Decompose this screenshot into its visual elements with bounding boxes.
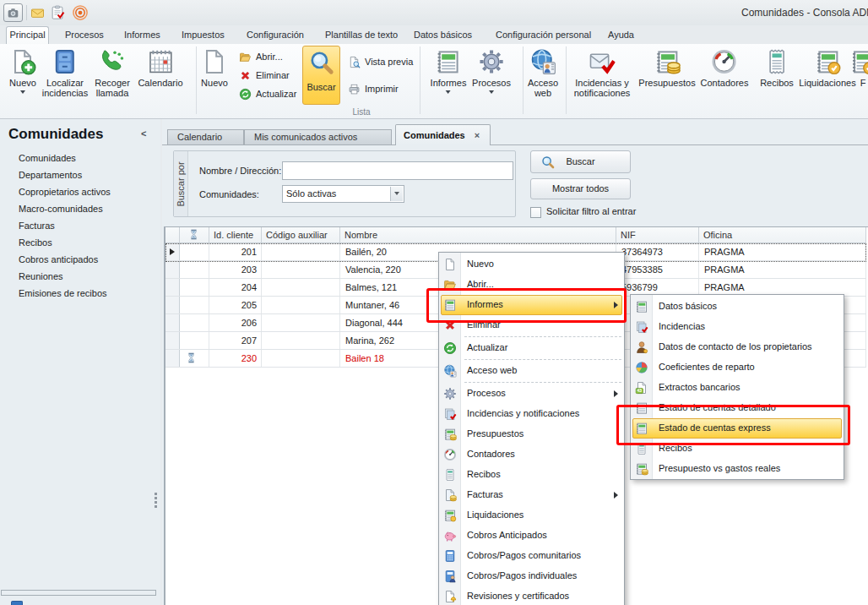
ribbon-tab-informes[interactable]: Informes: [124, 30, 160, 40]
ribbon-button-recibos[interactable]: Recibos: [760, 46, 794, 88]
sidebar-item-comunidades[interactable]: Comunidades: [19, 150, 76, 166]
context-menu-item-incidencias-y-notificaciones[interactable]: Incidencias y notificaciones: [439, 404, 624, 424]
submenu-item-presupuesto-vs-gastos-reales[interactable]: Presupuesto vs gastos reales: [631, 459, 844, 479]
context-menu-item-cobros-pagos-comunitarios[interactable]: Cobros/Pagos comunitarios: [439, 546, 624, 566]
solicitar-filtro-checkbox[interactable]: [530, 207, 541, 218]
ribbon-tab-configuracion[interactable]: Configuración: [247, 30, 304, 40]
sidebar-item-facturas[interactable]: Facturas: [19, 217, 55, 234]
row-alert-cell: [180, 350, 209, 367]
ribbon-button-incidencias-y-notificaciones[interactable]: Incidencias ynotificaciones: [574, 46, 631, 98]
submenu-item-estado-de-cuentas-detallado[interactable]: Estado de cuentas detallado: [631, 398, 844, 418]
context-menu-item-abrir[interactable]: Abrir...: [439, 275, 624, 295]
ribbon-button-procesos[interactable]: Procesos: [472, 46, 511, 96]
context-menu-item-contadores[interactable]: Contadores: [439, 444, 624, 465]
ribbon-tab-configuracion-personal[interactable]: Configuración personal: [496, 30, 591, 40]
submenu-item-extractos-bancarios[interactable]: 43Extractos bancarios: [631, 378, 844, 398]
context-menu-item-eliminar[interactable]: Eliminar: [439, 315, 624, 335]
grid-col-header-id-cliente[interactable]: Id. cliente: [209, 227, 262, 243]
row-alert-cell: [180, 243, 209, 260]
ribbon-button-imprimir[interactable]: Imprimir: [348, 81, 399, 96]
ribbon-tab-plantillas-de-texto[interactable]: Plantillas de texto: [325, 30, 398, 40]
comunidades-select[interactable]: Sólo activas: [282, 185, 404, 203]
ribbon-button-calendario[interactable]: Calendario: [138, 46, 182, 88]
context-menu-item-liquidaciones[interactable]: Liquidaciones: [439, 505, 624, 526]
grid-col-header-codigo-auxiliar[interactable]: Código auxiliar: [262, 227, 340, 243]
context-menu-item-facturas[interactable]: Facturas: [439, 485, 624, 505]
chevron-down-icon[interactable]: [390, 187, 403, 201]
grid-col-header-nombre[interactable]: Nombre: [340, 227, 616, 243]
ribbon-button-informes[interactable]: Informes: [431, 46, 467, 96]
grid-col-header-indicator[interactable]: [165, 227, 180, 243]
ribbon-button-f[interactable]: F: [849, 46, 868, 88]
sidebar-item-macro-comunidades[interactable]: Macro-comunidades: [19, 200, 103, 217]
doc-tab-comunidades[interactable]: Comunidades×: [395, 124, 491, 145]
ribbon-button-localizar-incidencias[interactable]: Localizarincidencias: [42, 46, 88, 98]
chevron-left-icon[interactable]: <: [141, 128, 146, 139]
mostrar-todos-button[interactable]: Mostrar todos: [530, 178, 631, 199]
ribbon-tab-ayuda[interactable]: Ayuda: [608, 30, 634, 40]
submenu-item-coeficientes-de-reparto[interactable]: Coeficientes de reparto: [631, 357, 844, 378]
mostrar-todos-label: Mostrar todos: [552, 183, 609, 193]
ribbon-button-nuevo[interactable]: Nuevo: [9, 46, 36, 96]
context-menu-item-informes[interactable]: Informes: [439, 295, 624, 315]
ribbon-button-acceso-web[interactable]: Accesoweb: [528, 46, 558, 98]
sidebar-item-recibos[interactable]: Recibos: [19, 234, 52, 251]
ribbon-button-liquidaciones[interactable]: Liquidaciones: [799, 46, 855, 88]
ribbon-button-label: Contadores: [701, 78, 749, 88]
ribbon-button-vista-previa[interactable]: Vista previa: [348, 54, 413, 69]
submenu-item-incidencias[interactable]: Incidencias: [631, 317, 844, 337]
context-menu-item-recibos[interactable]: Recibos: [439, 465, 624, 485]
pages-check-icon: [635, 320, 648, 334]
submenu-item-datos-basicos[interactable]: Datos básicos: [631, 297, 844, 317]
ribbon-tab-datos-basicos[interactable]: Datos básicos: [414, 30, 472, 40]
qat-broadcast-icon[interactable]: [72, 4, 89, 21]
sidebar-item-departamentos[interactable]: Departamentos: [19, 166, 82, 183]
cell-codigo-auxiliar: [262, 314, 340, 331]
ribbon-button-nuevo[interactable]: Nuevo: [201, 46, 228, 88]
context-menu-item-cobros-anticipados[interactable]: Cobros Anticipados: [439, 526, 624, 546]
printer-icon: [348, 83, 361, 95]
ribbon-button-contadores[interactable]: Contadores: [701, 46, 749, 88]
ribbon-button-eliminar[interactable]: Eliminar: [239, 68, 290, 83]
context-menu-item-acceso-web[interactable]: Acceso web: [439, 361, 624, 381]
submenu-item-recibos[interactable]: Recibos: [631, 439, 844, 459]
menu-item-label: Abrir...: [467, 279, 494, 289]
context-menu-item-presupuestos[interactable]: Presupuestos: [439, 424, 624, 444]
nombre-direccion-input[interactable]: [282, 161, 513, 180]
sidebar-item-cobros-anticipados[interactable]: Cobros anticipados: [19, 251, 98, 268]
ribbon-tab-principal[interactable]: Principal: [6, 26, 49, 44]
ribbon-button-recoger-llamada[interactable]: Recogerllamada: [95, 46, 130, 98]
buscar-button[interactable]: Buscar: [530, 150, 631, 173]
cell-codigo-auxiliar: [262, 350, 340, 367]
row-indicator-cell: [165, 243, 180, 260]
sidebar-item-reuniones[interactable]: Reuniones: [19, 268, 63, 285]
ribbon-tab-impuestos[interactable]: Impuestos: [182, 30, 225, 40]
context-menu-item-procesos[interactable]: Procesos: [439, 384, 624, 404]
ribbon-button-abrir[interactable]: Abrir...: [239, 49, 283, 64]
context-menu-item-nuevo[interactable]: Nuevo: [439, 254, 624, 275]
ribbon-button-actualizar[interactable]: Actualizar: [239, 86, 296, 101]
grid-col-header-oficina[interactable]: Oficina: [699, 227, 866, 243]
report-seal-icon: [849, 48, 868, 75]
qat-tasks-icon[interactable]: [50, 5, 65, 20]
ribbon-tab-procesos[interactable]: Procesos: [65, 30, 104, 40]
row-alert-cell: [180, 332, 209, 349]
globe-user-icon: [443, 364, 457, 378]
context-menu-item-actualizar[interactable]: Actualizar: [439, 338, 624, 358]
doc-tab-calendario[interactable]: Calendario: [167, 129, 244, 145]
close-icon[interactable]: ×: [475, 130, 480, 140]
ribbon-button-presupuestos[interactable]: Presupuestos: [638, 46, 695, 88]
submenu-item-datos-de-contacto-de-los-propietarios[interactable]: Datos de contacto de los propietarios: [631, 337, 844, 357]
doc-tab-label: Comunidades: [404, 130, 465, 140]
submenu-item-estado-de-cuentas-express[interactable]: Estado de cuentas express: [631, 418, 844, 439]
grid-col-header-hourglass[interactable]: [180, 227, 209, 243]
context-menu-item-cobros-pagos-individuales[interactable]: Cobros/Pagos individuales: [439, 566, 624, 586]
ribbon-button-buscar[interactable]: Buscar: [302, 46, 340, 105]
sidebar-item-copropietarios-activos[interactable]: Copropietarios activos: [19, 183, 111, 200]
context-menu-item-revisiones-y-certificados[interactable]: Revisiones y certificados: [439, 586, 624, 605]
sidebar-item-emisiones-de-recibos[interactable]: Emisiones de recibos: [19, 285, 107, 302]
grid-col-header-nif[interactable]: NIF: [616, 227, 699, 243]
app-menu-button[interactable]: [3, 3, 23, 22]
qat-mail-icon[interactable]: [30, 6, 45, 20]
doc-tab-mis-comunicados-activos[interactable]: Mis comunicados activos: [244, 129, 392, 145]
